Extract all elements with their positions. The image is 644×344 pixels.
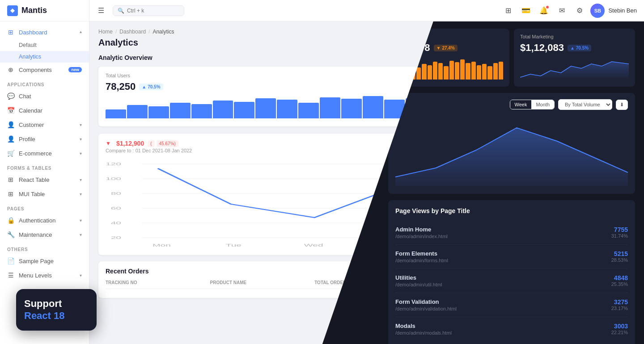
- dashboard-icon: ⊞: [7, 29, 14, 36]
- search-input[interactable]: [127, 8, 167, 14]
- page-view-title: Utilities: [395, 274, 442, 281]
- react-table-label: React Table: [19, 176, 49, 183]
- calendar-label: Calendar: [19, 107, 42, 114]
- page-view-item: Form Validation /demo/admin/validation.h…: [395, 293, 628, 317]
- download-button[interactable]: ⬇: [616, 100, 628, 110]
- chat-icon: 💬: [7, 92, 14, 100]
- breadcrumb-dashboard[interactable]: Dashboard: [119, 29, 146, 35]
- users-arrow: ▲: [142, 84, 146, 89]
- income-value: $1,12,900: [116, 140, 144, 147]
- dark-area-chart: Fri Sat Sun: [395, 114, 628, 186]
- page-view-pct: 28.53%: [611, 257, 628, 263]
- svg-text:Tue: Tue: [226, 243, 242, 248]
- settings-button[interactable]: ⚙: [572, 4, 587, 18]
- customer-chevron: ▾: [80, 122, 82, 127]
- page-view-title: Form Elements: [395, 250, 448, 257]
- app-name: Mantis: [21, 6, 47, 15]
- page-view-num: 4848: [611, 274, 628, 281]
- breadcrumb-sep-1: /: [115, 29, 117, 35]
- page-view-item: Form Elements /demo/admin/forms.html 521…: [395, 245, 628, 269]
- sample-icon: 📄: [7, 257, 14, 264]
- apps-button[interactable]: ⊞: [501, 4, 515, 18]
- svg-text:80: 80: [111, 191, 121, 196]
- marketing-value: $1,12,083: [520, 42, 564, 54]
- sidebar-item-calendar[interactable]: 📅 Calendar: [0, 103, 89, 117]
- income-compare: Compare to : 01 Dec 2021-08 Jan 2022: [106, 148, 192, 153]
- col-tracking: Tracking No: [106, 280, 210, 285]
- section-pages: Pages: [0, 201, 89, 213]
- sales-badge-val: 27.4%: [442, 46, 454, 50]
- page-view-num: 5215: [611, 250, 628, 257]
- page-view-num: 3275: [611, 298, 628, 306]
- topbar: ☰ 🔍 ⊞ 💳 🔔 ✉ ⚙ SB Stebin Ben: [89, 0, 644, 21]
- col-product: Product Name: [210, 280, 315, 285]
- income-badge: (: [148, 140, 154, 147]
- sidebar-item-analytics[interactable]: Analytics: [0, 51, 89, 63]
- sidebar-logo: Mantis: [0, 0, 89, 21]
- section-others: Others: [0, 242, 89, 254]
- topbar-right: ⊞ 💳 🔔 ✉ ⚙ SB Stebin Ben: [501, 4, 637, 18]
- profile-chevron: ▾: [80, 137, 82, 142]
- sidebar-item-components[interactable]: ⊕ Components new: [0, 63, 89, 77]
- mui-table-icon: ⊞: [7, 190, 14, 197]
- wallet-button[interactable]: 💳: [519, 4, 533, 18]
- month-button[interactable]: Month: [531, 100, 554, 109]
- sidebar-item-menu-levels[interactable]: ☰ Menu Levels ▾: [0, 268, 89, 282]
- page-view-title: Form Validation: [395, 298, 457, 305]
- support-line1: Support: [24, 298, 89, 310]
- mui-table-chevron: ▾: [80, 192, 82, 197]
- volume-select[interactable]: By Total Volume: [558, 99, 612, 110]
- react-table-chevron: ▾: [80, 177, 82, 182]
- page-view-url: /demo/admin/util.html: [395, 282, 442, 287]
- ecommerce-label: E-commerce: [19, 150, 52, 157]
- components-icon: ⊕: [7, 66, 14, 73]
- sidebar-item-default[interactable]: Default: [0, 39, 89, 51]
- notification-button[interactable]: 🔔: [537, 4, 551, 18]
- menu-levels-label: Menu Levels: [19, 272, 52, 279]
- sidebar-item-authentication[interactable]: 🔒 Authentication ▾: [0, 213, 89, 227]
- breadcrumb-current: Analytics: [153, 29, 174, 35]
- breadcrumb-home[interactable]: Home: [98, 29, 113, 35]
- marketing-label: Total Marketing: [520, 34, 629, 39]
- support-line2: React 18: [24, 310, 89, 322]
- page-view-num: 3003: [611, 323, 628, 330]
- sidebar-item-chat[interactable]: 💬 Chat: [0, 89, 89, 103]
- users-badge: ▲ 70.5%: [139, 84, 163, 90]
- profile-icon: 👤: [7, 135, 14, 143]
- react-table-icon: ⊞: [7, 176, 14, 183]
- chat-label: Chat: [19, 93, 31, 100]
- sidebar-item-maintenance[interactable]: 🔧 Maintenance ▾: [0, 227, 89, 242]
- menu-icon: ☰: [7, 272, 14, 279]
- mail-button[interactable]: ✉: [555, 4, 569, 18]
- week-button[interactable]: Week: [510, 100, 532, 109]
- page-view-url: /demo/admin/forms.html: [395, 258, 448, 263]
- sidebar-item-profile[interactable]: 👤 Profile ▾: [0, 132, 89, 146]
- topbar-left: ☰ 🔍: [95, 4, 184, 17]
- sidebar-item-react-table[interactable]: ⊞ React Table ▾: [0, 172, 89, 187]
- sidebar-item-sample[interactable]: 📄 Sample Page: [0, 254, 89, 268]
- users-value: 78,250: [106, 81, 136, 92]
- menu-toggle-button[interactable]: ☰: [95, 4, 107, 17]
- profile-label: Profile: [19, 136, 35, 143]
- sidebar-item-ecommerce[interactable]: 🛒 E-commerce ▾: [0, 146, 89, 160]
- sales-badge: ▼ 27.4%: [434, 45, 458, 51]
- maintenance-icon: 🔧: [7, 231, 14, 238]
- search-icon: 🔍: [118, 8, 124, 14]
- svg-text:Wed: Wed: [304, 243, 323, 248]
- search-box: 🔍: [113, 5, 184, 16]
- week-month-toggle: Week Month: [510, 100, 555, 109]
- sidebar-item-mui-table[interactable]: ⊞ MUI Table ▾: [0, 187, 89, 201]
- dashboard-label: Dashboard: [19, 29, 47, 36]
- calendar-icon: 📅: [7, 107, 14, 114]
- avatar: SB: [590, 4, 605, 18]
- svg-text:60: 60: [111, 206, 121, 210]
- sidebar-item-customer[interactable]: 👤 Customer ▾: [0, 117, 89, 132]
- maintenance-label: Maintenance: [19, 231, 52, 238]
- page-view-pct: 25.35%: [611, 281, 628, 287]
- notification-badge: [546, 5, 549, 9]
- customer-label: Customer: [19, 122, 44, 128]
- sidebar-item-dashboard[interactable]: ⊞ Dashboard ▾: [0, 25, 89, 39]
- logo-icon: [7, 5, 18, 16]
- ecommerce-icon: 🛒: [7, 150, 14, 157]
- page-view-url: /demo/admin/validation.html: [395, 306, 457, 311]
